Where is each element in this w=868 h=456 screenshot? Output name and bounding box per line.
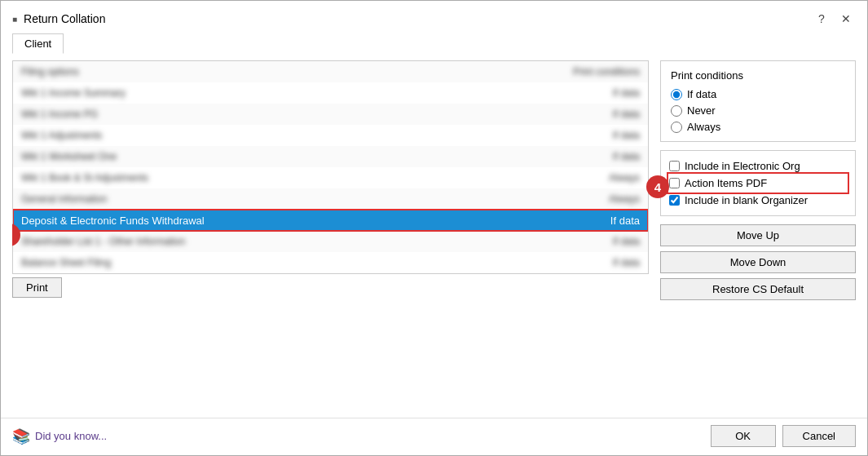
dialog-body: Client 3 Filing options Print conditions… [1,29,867,418]
list-item[interactable]: Filing options Print conditions [13,61,648,82]
list-item-value-selected: If data [610,215,640,227]
move-up-button[interactable]: Move Up [660,224,856,246]
list-item-label: Wkt 1 Worksheet One [21,151,117,162]
list-item-label: Shareholder List 1 - Other Information [21,236,185,247]
list-item-value: If data [613,257,640,268]
right-panel: Print conditions If data Never Always [660,60,856,410]
radio-if-data-input[interactable] [671,89,682,100]
list-item[interactable]: General information Always [13,188,648,210]
radio-group: If data Never Always [671,88,845,133]
list-item-value: Print conditions [573,66,640,77]
list-item-value: Always [609,193,640,205]
print-conditions-title: Print conditions [671,69,845,82]
list-item-value: Always [609,172,640,184]
cancel-button[interactable]: Cancel [782,425,856,447]
radio-if-data-label: If data [687,88,716,100]
did-you-know-label: Did you know... [35,430,107,442]
title-bar: ■ Return Collation ? ✕ [1,1,867,29]
list-item-value: If data [613,87,640,99]
radio-always[interactable]: Always [671,121,845,133]
print-btn-area: Print [12,274,649,301]
checkbox-action-items-input[interactable] [669,178,680,188]
checkbox-include-electronic[interactable]: Include in Electronic Org [669,157,847,175]
list-item-selected[interactable]: Deposit & Electronic Funds Withdrawal If… [13,210,648,231]
radio-always-label: Always [687,121,720,133]
badge-4: 4 [646,175,669,198]
close-button[interactable]: ✕ [836,9,856,29]
list-item[interactable]: Wkt 1 Adjustments If data [13,125,648,146]
list-panel[interactable]: Filing options Print conditions Wkt 1 In… [12,60,649,274]
list-item-label: Wkt 1 Book & St Adjustments [21,172,148,184]
list-item[interactable]: Shareholder List 1 - Other Information I… [13,231,648,252]
tabs: Client [12,33,856,54]
radio-never-label: Never [687,104,716,117]
checkbox-include-blank-input[interactable] [669,195,680,206]
list-item-label: Filing options [21,66,79,77]
checkbox-include-electronic-label: Include in Electronic Org [685,160,800,172]
list-item-value: If data [613,236,640,247]
list-item[interactable]: Wkt 1 Worksheet One If data [13,146,648,167]
checkbox-include-electronic-input[interactable] [669,161,680,171]
list-item[interactable]: Wkt 1 Income PG If data [13,104,648,125]
content-area: 3 Filing options Print conditions Wkt 1 … [12,60,856,410]
checkbox-action-items-pdf[interactable]: Action Items PDF [669,175,847,192]
list-item-label: Wkt 1 Income Summary [21,87,126,99]
list-item-value: If data [613,108,640,120]
did-you-know[interactable]: 📚 Did you know... [12,427,107,445]
list-item[interactable]: Wkt 1 Book & St Adjustments Always [13,167,648,188]
title-bar-actions: ? ✕ [812,9,856,29]
checkbox-include-blank[interactable]: Include in blank Organizer [669,192,847,209]
book-icon: 📚 [12,427,30,445]
list-item-label: Wkt 1 Adjustments [21,130,102,141]
list-item-value: If data [613,151,640,162]
checkboxes-box: 4 Include in Electronic Org Action Items… [660,150,856,216]
radio-always-input[interactable] [671,122,682,133]
list-panel-wrapper: 3 Filing options Print conditions Wkt 1 … [12,60,649,410]
dialog-title: Return Collation [24,12,105,25]
radio-never-input[interactable] [671,105,682,117]
bottom-bar: 📚 Did you know... OK Cancel [1,418,867,455]
list-item-label: General information [21,193,107,205]
restore-default-button[interactable]: Restore CS Default [660,278,856,300]
checkbox-include-blank-label: Include in blank Organizer [685,194,808,206]
list-item-label-selected: Deposit & Electronic Funds Withdrawal [21,215,205,227]
print-conditions-box: Print conditions If data Never Always [660,60,856,142]
list-item-label: Balance Sheet Filing [21,257,111,268]
tab-client[interactable]: Client [12,33,64,54]
ok-button[interactable]: OK [711,425,776,447]
radio-if-data[interactable]: If data [671,88,845,100]
list-item[interactable]: Balance Sheet Filing If data [13,252,648,273]
list-item-value: If data [613,130,640,141]
radio-never[interactable]: Never [671,104,845,117]
checkbox-action-items-label: Action Items PDF [685,177,767,189]
list-item[interactable]: Wkt 1 Income Summary If data [13,82,648,104]
list-item-label: Wkt 1 Income PG [21,108,98,120]
ok-cancel-area: OK Cancel [711,425,856,447]
help-button[interactable]: ? [812,9,831,29]
print-button[interactable]: Print [12,277,62,298]
dialog-icon: ■ [12,15,17,24]
return-collation-dialog: ■ Return Collation ? ✕ Client 3 Filing o… [0,0,868,456]
action-buttons: Move Up Move Down Restore CS Default [660,224,856,300]
title-bar-left: ■ Return Collation [12,12,105,25]
move-down-button[interactable]: Move Down [660,251,856,273]
